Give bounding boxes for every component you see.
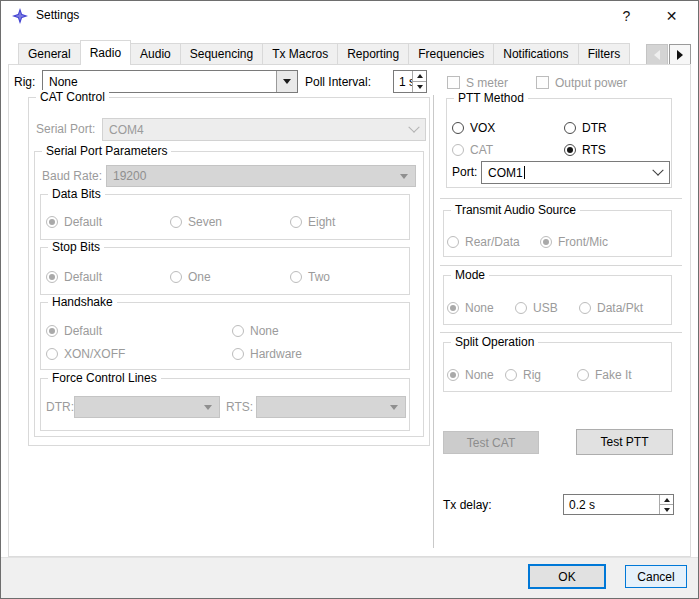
rts-combobox <box>256 396 406 418</box>
tx-delay-label: Tx delay: <box>443 494 492 516</box>
spin-down-icon[interactable] <box>660 505 673 514</box>
tab-frequencies[interactable]: Frequencies <box>408 43 494 65</box>
radio-icon <box>505 369 517 381</box>
mode-title: Mode <box>451 268 489 283</box>
data-bits-title: Data Bits <box>48 187 105 202</box>
baud-rate-dropdown <box>393 166 415 186</box>
ptt-rts-radio[interactable]: RTS <box>564 143 606 156</box>
poll-interval-spinbox[interactable]: 1 s <box>393 70 427 93</box>
radio-label: Hardware <box>250 347 302 361</box>
checkbox-icon <box>447 76 460 89</box>
radio-icon <box>170 271 182 283</box>
tab-audio[interactable]: Audio <box>130 43 181 65</box>
section-separator <box>440 265 682 266</box>
radio-icon <box>290 271 302 283</box>
mode-datapkt-radio: Data/Pkt <box>579 301 643 314</box>
data-bits-eight-radio: Eight <box>290 215 335 228</box>
ptt-vox-radio[interactable]: VOX <box>452 121 495 134</box>
radio-icon <box>579 302 591 314</box>
stop-bits-title: Stop Bits <box>48 240 104 255</box>
window-title: Settings <box>36 1 79 30</box>
tab-radio[interactable]: Radio <box>80 40 131 65</box>
tx-delay-spin-buttons[interactable] <box>659 495 673 514</box>
tab-general[interactable]: General <box>18 43 81 65</box>
ptt-dtr-radio[interactable]: DTR <box>564 121 607 134</box>
rig-label: Rig: <box>14 71 35 93</box>
radio-label: DTR <box>582 121 607 135</box>
radio-icon <box>447 302 459 314</box>
settings-dialog: Settings ? ✕ General Radio Audio Sequenc… <box>0 0 699 599</box>
arrow-right-icon <box>677 50 683 60</box>
s-meter-checkbox: S meter <box>447 76 508 89</box>
radio-icon <box>232 348 244 360</box>
ok-button[interactable]: OK <box>528 564 606 589</box>
radio-icon <box>564 122 576 134</box>
tab-scroll-right-button[interactable] <box>669 44 691 65</box>
radio-icon <box>452 122 464 134</box>
dropdown-arrow-icon <box>400 174 408 179</box>
help-button[interactable]: ? <box>604 1 649 30</box>
tab-notifications[interactable]: Notifications <box>493 43 578 65</box>
handshake-none-radio: None <box>232 324 279 337</box>
ptt-port-chevron[interactable] <box>647 162 669 183</box>
stop-bits-one-radio: One <box>170 270 211 283</box>
tx-delay-spinbox[interactable]: 0.2 s <box>563 494 674 515</box>
checkbox-label: S meter <box>466 76 508 90</box>
radio-label: None <box>465 368 494 382</box>
poll-interval-value: 1 s <box>394 71 412 92</box>
ptt-port-label: Port: <box>452 161 477 183</box>
audio-source-front-radio: Front/Mic <box>540 235 608 248</box>
dropdown-arrow-icon <box>390 405 398 410</box>
app-icon <box>12 8 28 24</box>
checkbox-icon <box>536 76 549 89</box>
arrow-left-icon <box>654 50 660 60</box>
section-separator <box>440 198 682 199</box>
radio-label: Front/Mic <box>558 235 608 249</box>
mode-none-radio: None <box>447 301 494 314</box>
radio-label: Default <box>64 215 102 229</box>
tab-reporting[interactable]: Reporting <box>337 43 409 65</box>
dtr-label: DTR: <box>46 396 74 418</box>
tab-sequencing[interactable]: Sequencing <box>180 43 263 65</box>
audio-source-rear-radio: Rear/Data <box>447 235 520 248</box>
radio-label: Fake It <box>595 368 632 382</box>
split-operation-title: Split Operation <box>451 335 538 350</box>
titlebar: Settings ? ✕ <box>1 1 698 30</box>
rig-dropdown-button[interactable] <box>276 71 297 92</box>
handshake-hardware-radio: Hardware <box>232 347 302 360</box>
section-separator <box>440 332 682 333</box>
serial-port-chevron <box>403 119 425 140</box>
split-none-radio: None <box>447 368 494 381</box>
test-ptt-button[interactable]: Test PTT <box>576 429 673 455</box>
serial-port-combobox: COM4 <box>102 118 426 141</box>
close-button[interactable]: ✕ <box>649 1 694 30</box>
radio-icon <box>452 144 464 156</box>
chevron-down-icon <box>408 121 419 132</box>
spin-up-icon[interactable] <box>413 71 426 82</box>
radio-label: RTS <box>582 143 606 157</box>
rts-label: RTS: <box>226 396 253 418</box>
radio-label: VOX <box>470 121 495 135</box>
poll-interval-spin-buttons[interactable] <box>412 71 426 92</box>
test-cat-button: Test CAT <box>443 431 539 454</box>
rts-dropdown <box>383 397 405 417</box>
spin-down-icon[interactable] <box>413 82 426 92</box>
cancel-button[interactable]: Cancel <box>625 565 687 588</box>
rig-value: None <box>43 75 276 89</box>
spin-up-icon[interactable] <box>660 495 673 505</box>
dtr-combobox <box>74 396 220 418</box>
transmit-audio-source-title: Transmit Audio Source <box>451 203 580 218</box>
radio-label: Two <box>308 270 330 284</box>
radio-icon <box>564 144 576 156</box>
mode-usb-radio: USB <box>515 301 558 314</box>
tab-filters[interactable]: Filters <box>578 43 631 65</box>
radio-label: Rear/Data <box>465 235 520 249</box>
baud-rate-label: Baud Rate: <box>42 165 102 187</box>
radio-icon <box>170 216 182 228</box>
force-control-lines-title: Force Control Lines <box>48 371 161 386</box>
ptt-method-title: PTT Method <box>454 91 528 106</box>
tab-tx-macros[interactable]: Tx Macros <box>262 43 338 65</box>
ptt-port-combobox[interactable]: COM1 <box>481 161 670 184</box>
dropdown-arrow-icon <box>283 79 291 84</box>
radio-label: Rig <box>523 368 541 382</box>
